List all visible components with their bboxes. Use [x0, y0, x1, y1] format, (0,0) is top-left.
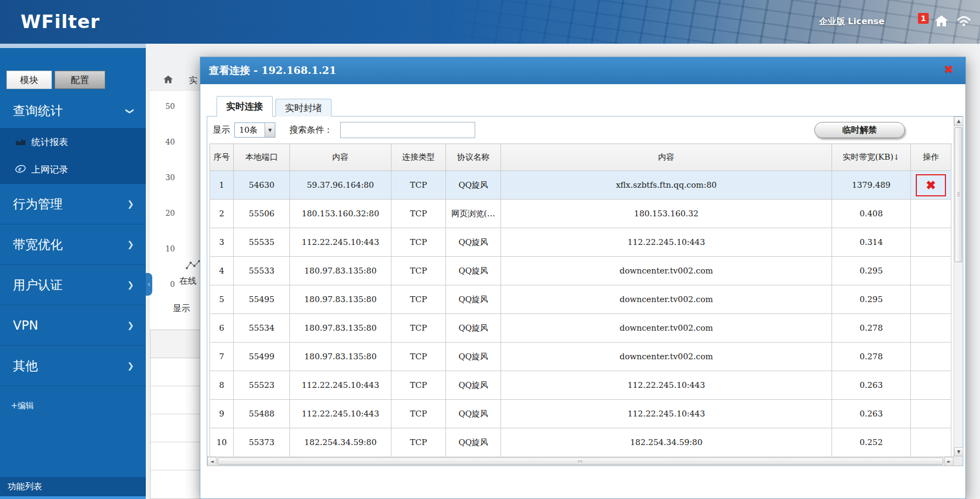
select-dropdown-arrow-icon[interactable]: ▼: [265, 123, 275, 137]
sidebar-item-auth[interactable]: 用户认证 ❯: [0, 265, 146, 305]
scroll-right-icon[interactable]: ►: [944, 457, 954, 466]
home-icon[interactable]: [934, 15, 949, 29]
sidebar-item-bandwidth[interactable]: 带宽优化 ❯: [0, 224, 146, 265]
cell-remote-content: downcenter.tv002.com: [501, 285, 832, 314]
table-row[interactable]: 7 55499 180.97.83.135:80 TCP QQ旋风 downce…: [210, 343, 951, 371]
tab-modules[interactable]: 模块: [6, 71, 52, 89]
sidebar-item-other[interactable]: 其他 ❯: [0, 346, 146, 386]
cell-conn-type: TCP: [391, 371, 446, 400]
y-axis-tick: 10: [158, 244, 175, 253]
sidebar-item-label: VPN: [13, 318, 38, 332]
cell-action: [911, 285, 951, 314]
cell-conn-type: TCP: [391, 228, 446, 257]
cell-index: 2: [210, 200, 234, 228]
col-remote-content[interactable]: 内容: [501, 144, 832, 171]
sidebar-collapse-handle[interactable]: ‹: [146, 273, 152, 296]
browser-e-icon: e: [15, 164, 26, 176]
col-action[interactable]: 操作: [911, 144, 951, 171]
cell-bandwidth: 0.252: [832, 428, 911, 457]
table-row[interactable]: 8 55523 112.22.245.10:443 TCP QQ旋风 112.2…: [210, 371, 951, 400]
sidebar-item-vpn[interactable]: VPN ❯: [0, 305, 146, 346]
svg-text:e: e: [18, 165, 22, 173]
tab-realtime-blocks[interactable]: 实时封堵: [275, 99, 332, 117]
license-label: 企业版 License: [819, 16, 884, 28]
col-bandwidth[interactable]: 实时带宽(KB)↓: [832, 144, 911, 171]
sidebar-bottom-strip: [0, 496, 146, 499]
cell-bandwidth: 0.263: [832, 400, 911, 428]
breadcrumb-home-icon[interactable]: [163, 75, 173, 86]
dialog-titlebar[interactable]: 查看连接 - 192.168.1.21 ✖: [200, 57, 965, 84]
table-row[interactable]: 5 55495 180.97.83.135:80 TCP QQ旋风 downce…: [210, 285, 951, 314]
cell-bandwidth: 0.408: [832, 200, 911, 228]
cell-local-port: 55535: [234, 228, 290, 257]
cell-bandwidth: 0.278: [832, 343, 911, 371]
keyboard-background-fade: [431, 0, 765, 44]
chevron-down-icon: ❯: [126, 107, 136, 114]
search-input[interactable]: [340, 122, 475, 138]
cell-local-port: 55499: [234, 343, 290, 371]
table-row[interactable]: 9 55488 112.22.245.10:443 TCP QQ旋风 112.2…: [210, 400, 951, 428]
col-protocol[interactable]: 协议名称: [446, 144, 501, 171]
vertical-scrollbar[interactable]: ▲ ▼: [954, 117, 963, 456]
sort-desc-icon: ↓: [894, 153, 900, 161]
cell-index: 5: [210, 285, 234, 314]
sidebar-item-label: 上网记录: [31, 163, 68, 176]
table-row[interactable]: 1 54630 59.37.96.164:80 TCP QQ旋风 xflx.sz…: [210, 171, 951, 200]
table-row[interactable]: 10 55373 182.254.34.59:80 TCP QQ旋风 182.2…: [210, 428, 951, 457]
vertical-scroll-thumb[interactable]: [955, 127, 962, 262]
scrollbar-corner: [954, 456, 963, 466]
table-header-row: 序号 本地端口 内容 连接类型 协议名称 内容 实时带宽(KB)↓ 操作: [210, 144, 951, 171]
table-row[interactable]: 2 55506 180.153.160.32:80 TCP 网页浏览(… 180…: [210, 200, 951, 228]
edit-menu-link[interactable]: +编辑: [11, 401, 146, 411]
top-bar: WFilter 企业版 License 1: [0, 0, 980, 44]
table-row[interactable]: 6 55534 180.97.83.135:80 TCP QQ旋风 downce…: [210, 314, 951, 343]
close-icon[interactable]: ✖: [944, 64, 954, 76]
col-content[interactable]: 内容: [290, 144, 391, 171]
cell-index: 7: [210, 343, 234, 371]
cell-protocol: QQ旋风: [446, 228, 501, 257]
sidebar-mode-tabs: 模块 配置: [6, 71, 146, 89]
wifi-status-icon[interactable]: [956, 15, 971, 29]
sidebar-item-label: 其他: [13, 358, 38, 374]
notification-badge[interactable]: 1: [918, 13, 929, 24]
horizontal-scroll-thumb[interactable]: [218, 457, 943, 465]
cell-remote-content: 182.254.34.59:80: [501, 428, 832, 457]
y-axis-tick: 30: [158, 173, 175, 182]
sidebar-item-query-stats[interactable]: 查询统计 ❯: [0, 94, 146, 128]
block-connection-button[interactable]: ✖: [916, 174, 946, 196]
cell-index: 6: [210, 314, 234, 343]
col-conn-type[interactable]: 连接类型: [391, 144, 446, 171]
cell-remote-content: downcenter.tv002.com: [501, 257, 832, 285]
sidebar-item-label: 带宽优化: [13, 236, 63, 253]
cell-content: 182.254.34.59:80: [290, 428, 391, 457]
page-size-select[interactable]: 10条 ▼: [234, 122, 275, 138]
sidebar-top-strip: [0, 44, 146, 48]
cell-protocol: QQ旋风: [446, 314, 501, 343]
background-show-label: 显示: [173, 303, 190, 315]
cell-remote-content: downcenter.tv002.com: [501, 314, 832, 343]
sidebar-item-stat-reports[interactable]: 统计报表: [0, 128, 146, 156]
cell-bandwidth: 0.263: [832, 371, 911, 400]
scroll-up-icon[interactable]: ▲: [954, 117, 963, 126]
topbar-actions: 企业版 License 1: [819, 0, 971, 44]
scroll-down-icon[interactable]: ▼: [954, 447, 963, 456]
sidebar-item-behavior[interactable]: 行为管理 ❯: [0, 184, 146, 224]
cell-content: 112.22.245.10:443: [290, 400, 391, 428]
cell-bandwidth: 1379.489: [832, 171, 911, 200]
scroll-left-icon[interactable]: ◄: [207, 457, 217, 466]
chevron-right-icon: ❯: [127, 320, 134, 330]
cell-remote-content: 112.22.245.10:443: [501, 228, 832, 257]
y-axis-tick: 0: [158, 280, 175, 289]
view-connections-dialog: 查看连接 - 192.168.1.21 ✖ 实时连接 实时封堵 显示 10条 ▼…: [200, 57, 966, 499]
col-local-port[interactable]: 本地端口: [234, 144, 290, 171]
sidebar-item-web-records[interactable]: e 上网记录: [0, 156, 146, 183]
tab-realtime-connections[interactable]: 实时连接: [217, 96, 273, 117]
tab-config[interactable]: 配置: [55, 71, 105, 89]
cell-action: [911, 343, 951, 371]
table-row[interactable]: 4 55533 180.97.83.135:80 TCP QQ旋风 downce…: [210, 257, 951, 285]
horizontal-scrollbar[interactable]: ◄ ►: [207, 456, 954, 466]
table-row[interactable]: 3 55535 112.22.245.10:443 TCP QQ旋风 112.2…: [210, 228, 951, 257]
temporary-unblock-button[interactable]: 临时解禁: [814, 122, 905, 138]
breadcrumb: 实: [189, 75, 198, 86]
col-index[interactable]: 序号: [210, 144, 234, 171]
